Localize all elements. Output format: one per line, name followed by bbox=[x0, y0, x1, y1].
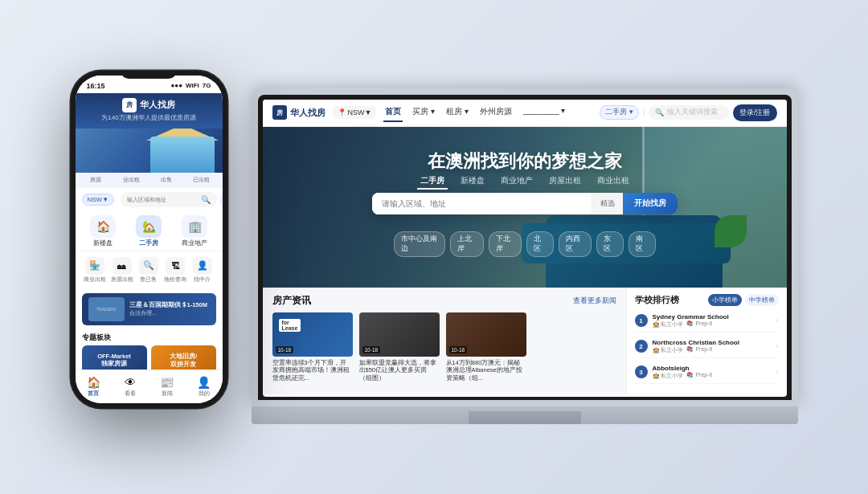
hero-quick-link-north[interactable]: 北区 bbox=[526, 231, 554, 257]
hero-tab-commercial[interactable]: 商业地产 bbox=[497, 174, 536, 190]
phone-search-bar: 🔍 bbox=[121, 192, 217, 207]
school-item-3[interactable]: 3 Abbotsleigh 🏫 私立小学 📚 Prep-6 › bbox=[635, 361, 779, 384]
hero-quick-link-city[interactable]: 市中心及南边 bbox=[394, 231, 446, 257]
hero-quick-link-inner-west[interactable]: 内西区 bbox=[559, 231, 592, 257]
hero-quick-link-east[interactable]: 东区 bbox=[596, 231, 624, 257]
phone-nav-tab-2[interactable]: 业出租 bbox=[115, 175, 147, 186]
school-title: 学校排行榜 bbox=[635, 294, 679, 306]
website-navbar: 房 华人找房 📍 NSW▼ 首页 买房 ▾ 租房 ▾ 外州房源 ___ bbox=[263, 100, 787, 127]
website-nav-home[interactable]: 首页 bbox=[383, 103, 403, 122]
phone-cat-second-hand-icon: 🏡 bbox=[136, 215, 162, 238]
phone-cat2-house-rent-icon: 🏘 bbox=[113, 257, 132, 275]
phone-location-button[interactable]: 📍 bbox=[220, 191, 222, 209]
phone-nav-tab-4[interactable]: 已出租 bbox=[186, 175, 218, 186]
news-grid: forLease 10-18 空置率连续3个月下滑，开发商拥抱高端市场！澳洲租赁… bbox=[272, 312, 616, 382]
phone-cat-commercial-label: 商业地产 bbox=[182, 239, 207, 247]
news-date-2: 10-18 bbox=[362, 346, 381, 353]
phone-bottom-news[interactable]: 📰 新闻 bbox=[149, 373, 186, 401]
laptop-trackpad[interactable] bbox=[469, 411, 581, 424]
phone-bottom-profile[interactable]: 👤 我的 bbox=[186, 373, 223, 401]
website-nav-more[interactable]: ________ ▾ bbox=[522, 103, 567, 122]
school-rank-2: 2 bbox=[635, 340, 648, 353]
laptop-lid: 房 华人找房 📍 NSW▼ 首页 买房 ▾ 租房 ▾ 外州房源 ___ bbox=[252, 88, 798, 406]
phone-bottom-home-label: 首页 bbox=[88, 390, 99, 398]
news-card-2[interactable]: 10-18 如果联盟党赢得大选，将拿出$50亿让澳人更多买房（组图） bbox=[359, 312, 440, 382]
website-content: 房产资讯 查看更多新闻 forLease 10-18 bbox=[263, 288, 787, 394]
website-nav-overseas[interactable]: 外州房源 bbox=[478, 103, 514, 122]
school-info-2: Northcross Christian School 🏫 私立小学 📚 Pre… bbox=[653, 339, 772, 354]
laptop-bezel: 房 华人找房 📍 NSW▼ 首页 买房 ▾ 租房 ▾ 外州房源 ___ bbox=[258, 95, 792, 400]
phone-nav-tab-1[interactable]: 房源 bbox=[80, 175, 113, 186]
school-tab-primary[interactable]: 小学榜单 bbox=[708, 294, 742, 306]
hero-quick-link-south[interactable]: 南区 bbox=[628, 231, 656, 257]
phone-cat2-land[interactable]: 🏗 地价查询 bbox=[162, 255, 189, 286]
phone-cat-commercial-icon: 🏢 bbox=[182, 215, 207, 238]
phone-device: 16:15 ●●● WiFi 7G 房 华人找房 为140万澳洲华人提供最优质房… bbox=[71, 71, 227, 408]
phone-bottom-profile-label: 我的 bbox=[199, 390, 210, 398]
search-icon: 🔍 bbox=[655, 108, 664, 116]
hero-filter-button[interactable]: 精选 bbox=[592, 193, 623, 214]
hero-start-button[interactable]: 开始找房 bbox=[623, 193, 678, 214]
school-item-2[interactable]: 2 Northcross Christian School 🏫 私立小学 📚 P… bbox=[635, 336, 779, 358]
phone-nav-tab-3[interactable]: 出售 bbox=[150, 175, 182, 186]
website-location-selector[interactable]: 📍 NSW▼ bbox=[332, 106, 378, 119]
school-name-1: Sydney Grammar School bbox=[653, 313, 772, 320]
phone-bottom-home-icon: 🏠 bbox=[87, 376, 100, 389]
hero-quick-link-lower-north[interactable]: 下北岸 bbox=[489, 231, 522, 257]
phone-cat2-commercial-rent[interactable]: 🏪 商业出租 bbox=[82, 255, 108, 286]
website-nav-rent[interactable]: 租房 ▾ bbox=[444, 103, 470, 122]
hero-tab-commercial-rent[interactable]: 商业出租 bbox=[594, 174, 633, 190]
phone-cat-new-homes[interactable]: 🏠 新楼盘 bbox=[82, 215, 125, 247]
hero-quick-link-upper-north[interactable]: 上北岸 bbox=[450, 231, 483, 257]
phone-search-icon[interactable]: 🔍 bbox=[201, 195, 211, 204]
school-chevron-1: › bbox=[776, 316, 779, 325]
phone-banner-ad[interactable]: TRADERS 三星＆百国期期供＄1-150M 合法办理... bbox=[82, 293, 216, 325]
phone-cat-new-homes-label: 新楼盘 bbox=[93, 239, 113, 247]
school-meta-1: 🏫 私立小学 📚 Prep-6 bbox=[653, 320, 772, 329]
phone-nav-tabs: 房源 业出租 出售 已出租 bbox=[76, 173, 223, 188]
phone-bottom-profile-icon: 👤 bbox=[197, 376, 211, 389]
school-type-1: 🏫 私立小学 bbox=[653, 320, 684, 329]
phone-bottom-home[interactable]: 🏠 首页 bbox=[76, 373, 113, 401]
news-card-3[interactable]: 10-18 从14万到880万澳元：揭秘澳洲总理Albanese的地产投资策略（… bbox=[446, 312, 526, 382]
laptop-device: 房 华人找房 📍 NSW▼ 首页 买房 ▾ 租房 ▾ 外州房源 ___ bbox=[252, 88, 798, 424]
phone-status-right: ●●● WiFi 7G bbox=[171, 82, 211, 89]
website-search-placeholder: 输入关键词搜索 bbox=[667, 108, 718, 117]
hero-tab-secondhand[interactable]: 二手房 bbox=[417, 174, 448, 190]
news-more-link[interactable]: 查看更多新闻 bbox=[573, 296, 616, 306]
hero-tab-rental[interactable]: 房屋出租 bbox=[546, 174, 584, 190]
website-separator: | bbox=[643, 108, 645, 116]
phone-cat2-agent-icon: 👤 bbox=[193, 257, 212, 275]
phone-tagline: 为140万澳洲华人提供最优质房源 bbox=[84, 113, 215, 122]
phone-screen: 16:15 ●●● WiFi 7G 房 华人找房 为140万澳洲华人提供最优质房… bbox=[76, 76, 223, 403]
phone-bottom-browse[interactable]: 👁 看看 bbox=[112, 373, 149, 401]
website-login-button[interactable]: 登录/注册 bbox=[733, 104, 777, 121]
hero-plants-decoration bbox=[714, 191, 763, 288]
phone-cat-commercial[interactable]: 🏢 商业地产 bbox=[174, 215, 216, 247]
news-text-2: 如果联盟党赢得大选，将拿出$50亿让澳人更多买房（组图） bbox=[359, 359, 440, 382]
phone-cat2-sold-icon: 🔍 bbox=[139, 257, 158, 275]
hero-search-input[interactable] bbox=[372, 193, 592, 214]
phone-section-title: 专题板块 bbox=[76, 329, 223, 345]
hero-quick-links: 市中心及南边 上北岸 下北岸 北区 内西区 东区 南区 bbox=[394, 231, 656, 257]
phone-house-image bbox=[76, 129, 223, 173]
school-rank-3: 3 bbox=[635, 365, 648, 378]
phone-cat2-sold[interactable]: 🔍 查已售 bbox=[135, 255, 162, 286]
hero-plant-leaf bbox=[714, 215, 747, 247]
school-item-1[interactable]: 1 Sydney Grammar School 🏫 私立小学 📚 Prep-6 bbox=[635, 310, 779, 333]
phone-wifi-icon: WiFi bbox=[186, 82, 199, 89]
phone-time: 16:15 bbox=[87, 82, 105, 90]
website-nav-buy[interactable]: 买房 ▾ bbox=[411, 103, 436, 122]
phone-cat-second-hand[interactable]: 🏡 二手房 bbox=[128, 215, 170, 247]
website-keyword-search[interactable]: 🔍 输入关键词搜索 bbox=[649, 105, 729, 120]
school-tab-secondary[interactable]: 中学榜单 bbox=[745, 294, 779, 306]
phone-battery-icon: 7G bbox=[203, 82, 211, 89]
news-card-1[interactable]: forLease 10-18 空置率连续3个月下滑，开发商拥抱高端市场！澳洲租赁… bbox=[272, 312, 353, 382]
website-hero: 在澳洲找到你的梦想之家 二手房 新楼盘 商业地产 房屋出租 商业出租 精选 bbox=[263, 127, 787, 288]
hero-tab-new[interactable]: 新楼盘 bbox=[457, 174, 488, 190]
phone-nsw-badge[interactable]: NSW▼ bbox=[82, 194, 115, 206]
website-second-hand-dropdown[interactable]: 二手房 ▾ bbox=[600, 105, 638, 120]
phone-cat2-house-rent[interactable]: 🏘 房屋出租 bbox=[108, 255, 135, 286]
phone-search-input[interactable] bbox=[127, 197, 198, 202]
phone-cat2-agent[interactable]: 👤 找中介 bbox=[189, 255, 215, 286]
